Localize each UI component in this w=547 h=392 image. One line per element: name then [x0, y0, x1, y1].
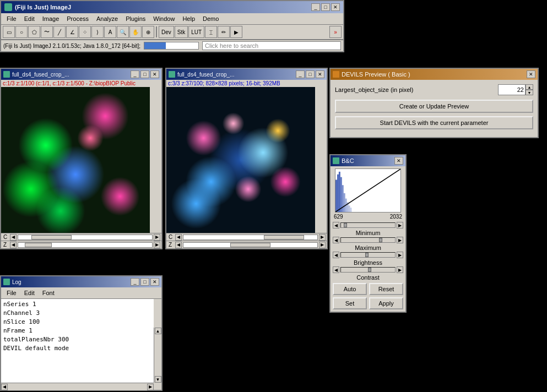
lut-label[interactable]: LUT	[188, 26, 204, 38]
spin-up[interactable]: ▲	[526, 84, 533, 90]
image2-c-right[interactable]: ▶	[319, 234, 326, 241]
oval-tool[interactable]: ○	[15, 26, 28, 38]
minimum-slider-row[interactable]: ◀ ▶	[333, 222, 403, 228]
min-slider-thumb[interactable]	[344, 223, 347, 227]
flood-fill[interactable]: ▶	[230, 26, 242, 38]
create-preview-button[interactable]: Create or Update Preview	[335, 100, 533, 113]
brightness-slider-thumb[interactable]	[365, 253, 369, 257]
contrast-right-arrow[interactable]: ▶	[397, 266, 403, 273]
image2-c-scrollbar[interactable]: C ◀ ▶	[166, 233, 327, 241]
brightness-right-arrow[interactable]: ▶	[397, 252, 403, 258]
max-slider-thumb[interactable]	[379, 238, 382, 242]
titlebar-controls[interactable]: _ □ ✕	[311, 3, 340, 11]
image2-z-left[interactable]: ◀	[175, 242, 182, 248]
log-hscrollbar[interactable]: ◀ ▶	[1, 383, 154, 390]
log-close[interactable]: ✕	[150, 278, 159, 286]
maximize-button[interactable]: □	[321, 3, 330, 11]
min-right-arrow[interactable]: ▶	[397, 222, 403, 228]
maximum-slider-row[interactable]: ◀ ▶	[333, 237, 403, 243]
menu-plugins[interactable]: Plugins	[122, 14, 149, 23]
stk-label[interactable]: Stk	[175, 26, 188, 38]
log-scroll-left[interactable]: ◀	[1, 384, 8, 390]
wand-tool[interactable]: ⟩	[91, 26, 104, 38]
scroll-tool[interactable]: ✋	[129, 26, 142, 38]
angle-tool[interactable]: ∠	[66, 26, 78, 38]
log-scroll-right[interactable]: ▶	[147, 384, 154, 390]
image1-c-track[interactable]	[18, 235, 153, 240]
multi-point[interactable]: ⁘	[79, 26, 91, 38]
log-vscrollbar[interactable]: ▲ ▼	[154, 328, 161, 383]
log-maximize[interactable]: □	[140, 278, 149, 286]
menu-window[interactable]: Window	[150, 14, 178, 23]
image2-close[interactable]: ✕	[316, 70, 324, 78]
menu-analyze[interactable]: Analyze	[93, 14, 121, 23]
brightness-left-arrow[interactable]: ◀	[333, 252, 339, 258]
image2-c-left[interactable]: ◀	[175, 234, 182, 241]
contrast-slider-track[interactable]	[340, 267, 396, 273]
image2-z-scrollbar[interactable]: Z ◀ ▶	[166, 241, 327, 248]
image2-canvas[interactable]	[166, 87, 315, 233]
spin-buttons[interactable]: ▲ ▼	[526, 84, 533, 95]
contrast-slider-row[interactable]: ◀ ▶	[333, 266, 403, 273]
param-input[interactable]: ▲ ▼	[498, 84, 533, 95]
menu-demo[interactable]: Demo	[199, 14, 222, 23]
polygon-tool[interactable]: ⬠	[28, 26, 40, 38]
image1-c-right[interactable]: ▶	[154, 234, 160, 241]
max-left-arrow[interactable]: ◀	[333, 237, 339, 243]
log-scroll-up[interactable]: ▲	[155, 328, 161, 334]
apply-button[interactable]: Apply	[369, 297, 403, 309]
image1-canvas[interactable]	[1, 87, 150, 233]
close-button[interactable]: ✕	[331, 3, 340, 11]
brush-tool[interactable]: ✏	[218, 26, 230, 38]
log-minimize[interactable]: _	[131, 278, 139, 286]
image1-z-track[interactable]	[18, 242, 153, 248]
menu-process[interactable]: Process	[63, 14, 92, 23]
menu-image[interactable]: Image	[39, 14, 63, 23]
bc-close[interactable]: ✕	[394, 157, 403, 165]
min-slider-track[interactable]	[340, 222, 396, 228]
probe-tool[interactable]: ⌶	[205, 26, 217, 38]
image1-minimize[interactable]: _	[131, 70, 139, 78]
min-left-arrow[interactable]: ◀	[333, 222, 339, 228]
minimize-button[interactable]: _	[311, 3, 320, 11]
text-tool[interactable]: A	[104, 26, 116, 38]
search-field[interactable]: Click here to search	[202, 41, 341, 50]
image1-z-scrollbar[interactable]: Z ◀ ▶	[1, 241, 161, 248]
start-devils-button[interactable]: Start DEVILS with the current parameter	[335, 116, 533, 129]
image2-minimize[interactable]: _	[296, 70, 305, 78]
contrast-left-arrow[interactable]: ◀	[333, 266, 339, 273]
freehand-tool[interactable]: 〜	[41, 26, 53, 38]
menu-file[interactable]: File	[3, 14, 20, 23]
brightness-slider-row[interactable]: ◀ ▶	[333, 252, 403, 258]
log-menu-edit[interactable]: Edit	[21, 288, 38, 297]
image2-maximize[interactable]: □	[306, 70, 315, 78]
auto-button[interactable]: Auto	[333, 283, 367, 295]
image1-maximize[interactable]: □	[140, 70, 149, 78]
more-tools[interactable]: »	[329, 26, 342, 38]
image1-close[interactable]: ✕	[150, 70, 159, 78]
reset-button[interactable]: Reset	[369, 283, 403, 295]
image2-z-right[interactable]: ▶	[319, 242, 326, 248]
param-value-input[interactable]	[498, 84, 526, 95]
image2-c-track[interactable]	[183, 235, 318, 240]
max-slider-track[interactable]	[340, 237, 396, 243]
menu-help[interactable]: Help	[179, 14, 198, 23]
log-scroll-down[interactable]: ▼	[155, 376, 161, 383]
dev-label[interactable]: Dev	[159, 26, 174, 38]
image1-c-left[interactable]: ◀	[10, 234, 17, 241]
contrast-slider-thumb[interactable]	[368, 268, 371, 272]
rect-tool[interactable]: ▭	[3, 26, 15, 38]
log-menu-font[interactable]: Font	[39, 288, 58, 297]
image1-z-left[interactable]: ◀	[10, 242, 17, 248]
image1-c-scrollbar[interactable]: C ◀ ▶	[1, 233, 161, 241]
menu-edit[interactable]: Edit	[21, 14, 38, 23]
image2-z-track[interactable]	[183, 242, 318, 248]
line-tool[interactable]: ╱	[53, 26, 66, 38]
brightness-slider-track[interactable]	[340, 252, 396, 258]
devils-close[interactable]: ✕	[527, 70, 535, 78]
image1-z-right[interactable]: ▶	[154, 242, 160, 248]
set-button[interactable]: Set	[333, 297, 367, 309]
zoom-tool[interactable]: 🔍	[117, 26, 129, 38]
max-right-arrow[interactable]: ▶	[397, 237, 403, 243]
log-menu-file[interactable]: File	[3, 288, 20, 297]
